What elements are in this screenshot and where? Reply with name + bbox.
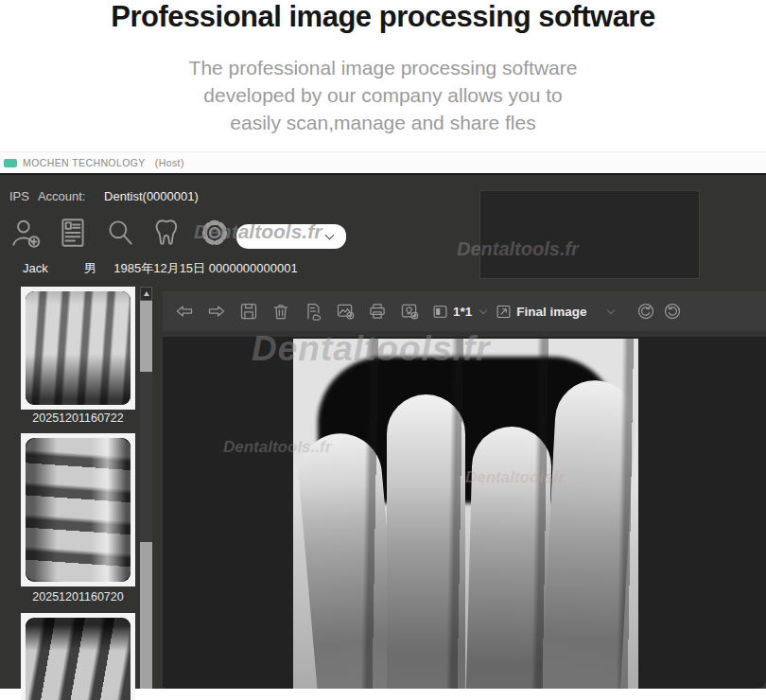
subtitle-line: easily scan,manage and share fles [0,109,766,136]
device-select-dropdown[interactable] [236,224,346,249]
page-title: Professional image processing software [0,0,766,34]
ips-label: IPS [9,189,29,203]
xray-thumb-image [26,618,131,700]
patient-id: 0000000000001 [209,261,298,275]
print-icon[interactable] [368,302,387,321]
window-title: MOCHEN TECHNOLOGY (Host) [23,157,184,168]
subtitle-line: developed by our company allows you to [0,81,766,109]
main-xray-image [293,339,638,689]
page: Professional image processing software T… [0,0,766,700]
scan-add-icon[interactable] [400,302,419,321]
add-patient-icon[interactable] [8,215,44,251]
xray-thumbnail-1[interactable] [21,287,135,410]
chevron-down-icon [325,231,335,240]
layout-value: 1*1 [453,305,472,319]
patient-record-icon[interactable] [55,215,91,251]
back-icon[interactable] [175,302,194,321]
scroll-up-button[interactable] [140,287,152,301]
thumbnail-1-label: 20251201160722 [6,411,150,425]
sidebar-scrollbar[interactable] [140,287,152,689]
thumbnail-2-label: 20251201160720 [6,590,150,604]
chevron-down-icon [606,306,614,314]
scrollbar-thumb[interactable] [140,372,152,542]
app-name: MOCHEN TECHNOLOGY [23,157,146,168]
patient-birthdate: 1985年12月15日 [113,260,205,277]
patient-gender: 男 [84,260,111,277]
scrollbar-track-bottom[interactable] [140,542,152,689]
image-mode-value: Final image [516,305,586,319]
delete-trash-icon[interactable] [271,302,290,321]
patient-name: Jack [23,261,80,275]
page-subtitle: The professional image processing softwa… [0,54,766,136]
window-titlebar: MOCHEN TECHNOLOGY (Host) [0,151,766,173]
subtitle-line: The professional image processing softwa… [0,54,766,81]
layout-selector[interactable]: 1*1 [432,304,486,320]
xray-thumb-image [26,438,131,582]
settings-gear-icon[interactable] [197,215,233,251]
image-mode-selector[interactable]: Final image [496,304,613,320]
xray-thumbnail-2[interactable] [21,433,135,586]
save-icon[interactable] [239,302,258,321]
app-logo-icon [4,159,17,167]
chevron-down-icon [479,306,487,314]
host-mode-label: (Host) [155,157,184,168]
up-triangle-icon [144,291,149,296]
add-image-icon[interactable] [336,302,355,321]
share-redo-icon[interactable] [663,302,682,321]
search-icon[interactable] [102,215,138,251]
video-preview-panel [479,190,700,279]
patient-info-row: Jack 男 1985年12月15日 0000000000001 [23,260,298,277]
xray-texture-overlay [293,339,638,689]
image-toolbar: 1*1 Final image [163,291,766,331]
undo-rotate-icon[interactable] [636,302,655,321]
forward-icon[interactable] [207,302,226,321]
report-cloud-icon[interactable] [304,302,322,321]
account-row: IPS Account: Dentist(0000001) [9,189,199,203]
account-value: Dentist(0000001) [104,189,199,203]
header-toolbar [8,215,244,251]
account-label: Account: [38,189,86,203]
scrollbar-track-top[interactable] [140,301,152,372]
image-canvas[interactable] [163,337,766,689]
xray-thumbnail-3[interactable] [21,613,135,700]
xray-thumb-image [26,291,131,405]
tooth-icon[interactable] [149,215,185,251]
